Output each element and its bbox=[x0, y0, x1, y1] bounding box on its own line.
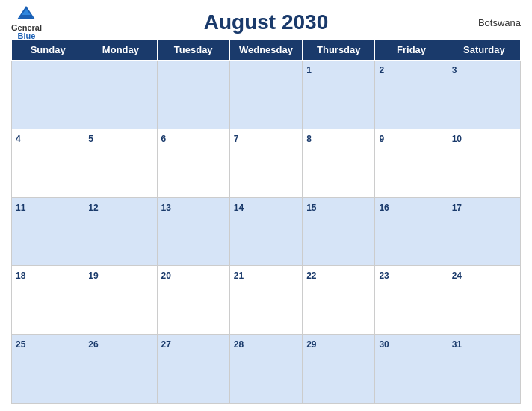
calendar-cell bbox=[84, 61, 157, 129]
calendar-cell: 25 bbox=[12, 335, 84, 404]
day-number: 4 bbox=[16, 134, 21, 144]
day-number: 16 bbox=[379, 203, 389, 213]
calendar-cell: 4 bbox=[12, 129, 84, 197]
logo-blue-text: Blue bbox=[18, 32, 36, 40]
day-number: 7 bbox=[234, 134, 239, 144]
calendar-cell: 7 bbox=[229, 129, 302, 197]
calendar-cell: 23 bbox=[375, 266, 448, 335]
weekday-monday: Monday bbox=[84, 40, 157, 61]
calendar-cell: 31 bbox=[448, 335, 520, 404]
page-title: August 2030 bbox=[204, 10, 329, 34]
calendar-cell: 5 bbox=[84, 129, 157, 197]
weekday-header-row: SundayMondayTuesdayWednesdayThursdayFrid… bbox=[12, 40, 521, 61]
day-number: 10 bbox=[452, 134, 462, 144]
day-number: 24 bbox=[452, 271, 462, 281]
calendar-week-row: 11121314151617 bbox=[12, 197, 521, 266]
day-number: 30 bbox=[379, 339, 389, 350]
calendar-cell: 17 bbox=[448, 197, 520, 266]
calendar-cell: 12 bbox=[84, 197, 157, 266]
day-number: 6 bbox=[161, 134, 167, 144]
weekday-wednesday: Wednesday bbox=[229, 40, 302, 61]
day-number: 14 bbox=[234, 203, 244, 213]
day-number: 11 bbox=[16, 203, 25, 213]
day-number: 9 bbox=[379, 134, 384, 144]
weekday-sunday: Sunday bbox=[12, 40, 84, 61]
calendar-cell: 10 bbox=[448, 129, 520, 197]
day-number: 13 bbox=[161, 203, 171, 213]
day-number: 23 bbox=[379, 271, 389, 281]
logo: General Blue bbox=[11, 4, 42, 40]
calendar-cell: 3 bbox=[448, 61, 520, 129]
day-number: 18 bbox=[16, 271, 25, 281]
weekday-friday: Friday bbox=[375, 40, 448, 61]
calendar-week-row: 123 bbox=[12, 61, 521, 129]
calendar-cell: 1 bbox=[303, 61, 375, 129]
calendar-cell: 14 bbox=[229, 197, 302, 266]
calendar-cell: 24 bbox=[448, 266, 520, 335]
calendar-cell: 28 bbox=[229, 335, 302, 404]
calendar-cell: 29 bbox=[303, 335, 375, 404]
day-number: 19 bbox=[88, 271, 98, 281]
day-number: 25 bbox=[16, 339, 25, 350]
calendar-cell: 13 bbox=[157, 197, 229, 266]
calendar-cell bbox=[12, 61, 84, 129]
calendar-cell: 2 bbox=[375, 61, 448, 129]
day-number: 27 bbox=[161, 339, 171, 350]
day-number: 17 bbox=[452, 203, 462, 213]
calendar-cell: 26 bbox=[84, 335, 157, 404]
calendar-cell: 20 bbox=[157, 266, 229, 335]
calendar-cell: 8 bbox=[303, 129, 375, 197]
day-number: 2 bbox=[379, 65, 384, 75]
day-number: 8 bbox=[306, 134, 312, 144]
calendar-cell: 22 bbox=[303, 266, 375, 335]
calendar-header: General Blue August 2030 Botswana bbox=[11, 10, 521, 34]
calendar-cell: 16 bbox=[375, 197, 448, 266]
day-number: 28 bbox=[234, 339, 244, 350]
calendar-cell: 6 bbox=[157, 129, 229, 197]
day-number: 3 bbox=[452, 65, 457, 75]
day-number: 5 bbox=[88, 134, 93, 144]
svg-rect-3 bbox=[20, 15, 32, 19]
calendar-week-row: 18192021222324 bbox=[12, 266, 521, 335]
calendar-table: SundayMondayTuesdayWednesdayThursdayFrid… bbox=[11, 39, 521, 404]
day-number: 1 bbox=[306, 65, 312, 75]
day-number: 21 bbox=[234, 271, 244, 281]
calendar-cell: 27 bbox=[157, 335, 229, 404]
calendar-cell: 11 bbox=[12, 197, 84, 266]
calendar-cell: 15 bbox=[303, 197, 375, 266]
day-number: 12 bbox=[88, 203, 98, 213]
calendar-week-row: 45678910 bbox=[12, 129, 521, 197]
day-number: 29 bbox=[306, 339, 316, 350]
calendar-week-row: 25262728293031 bbox=[12, 335, 521, 404]
calendar-cell: 18 bbox=[12, 266, 84, 335]
calendar-cell bbox=[157, 61, 229, 129]
weekday-saturday: Saturday bbox=[448, 40, 520, 61]
calendar-cell: 21 bbox=[229, 266, 302, 335]
calendar-cell: 19 bbox=[84, 266, 157, 335]
day-number: 15 bbox=[306, 203, 316, 213]
weekday-tuesday: Tuesday bbox=[157, 40, 229, 61]
day-number: 22 bbox=[306, 271, 316, 281]
day-number: 26 bbox=[88, 339, 98, 350]
day-number: 20 bbox=[161, 271, 171, 281]
country-label: Botswana bbox=[478, 17, 521, 28]
calendar-cell: 9 bbox=[375, 129, 448, 197]
weekday-thursday: Thursday bbox=[303, 40, 375, 61]
day-number: 31 bbox=[452, 339, 462, 350]
calendar-cell: 30 bbox=[375, 335, 448, 404]
calendar-cell bbox=[229, 61, 302, 129]
